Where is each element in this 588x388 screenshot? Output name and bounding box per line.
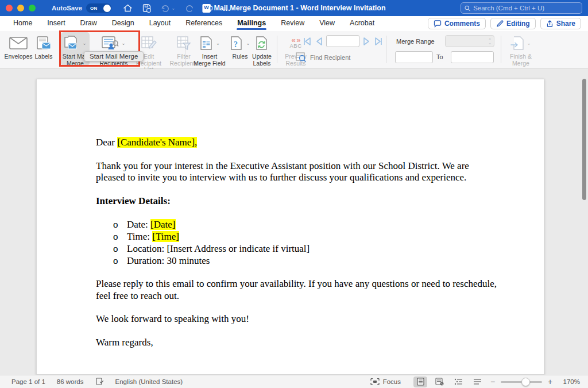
merge-to-input[interactable] bbox=[451, 51, 494, 63]
search-input[interactable] bbox=[473, 5, 578, 11]
window-controls bbox=[6, 5, 36, 11]
print-layout-view-button[interactable] bbox=[413, 377, 427, 387]
chevron-down-icon: ⌄ bbox=[82, 40, 87, 46]
last-record-icon[interactable] bbox=[374, 37, 383, 46]
document-area: Dear [Candidate's Name], Thank you for y… bbox=[0, 69, 588, 375]
minimize-window-button[interactable] bbox=[17, 5, 24, 11]
close-window-button[interactable] bbox=[6, 5, 13, 11]
list-item: oDuration: 30 minutes bbox=[96, 255, 500, 267]
tab-acrobat[interactable]: Acrobat bbox=[342, 17, 382, 30]
next-record-icon[interactable] bbox=[363, 37, 370, 46]
update-labels-button[interactable]: Update Labels bbox=[249, 34, 275, 67]
share-label: Share bbox=[556, 20, 575, 28]
undo-icon[interactable]: ⌄ bbox=[161, 4, 176, 13]
group-divider bbox=[386, 36, 386, 63]
filter-recipients-icon bbox=[176, 36, 191, 51]
start-mail-merge-icon bbox=[64, 36, 80, 51]
record-navigation bbox=[303, 35, 383, 47]
share-button[interactable]: Share bbox=[540, 18, 581, 29]
document-content: Dear [Candidate's Name], Thank you for y… bbox=[37, 79, 544, 348]
finish-merge-button[interactable]: ⌄ Finish & Merge bbox=[506, 34, 535, 67]
update-labels-icon bbox=[255, 36, 269, 51]
proofing-icon[interactable] bbox=[95, 378, 104, 386]
find-recipient-button[interactable]: Find Recipient bbox=[296, 52, 350, 62]
start-mail-merge-tooltip: Start Mail Merge bbox=[84, 51, 144, 62]
draft-icon bbox=[473, 379, 482, 385]
document-page[interactable]: Dear [Candidate's Name], Thank you for y… bbox=[36, 79, 544, 375]
redo-icon[interactable] bbox=[185, 4, 194, 13]
autosave-toggle[interactable]: ON bbox=[86, 3, 111, 13]
tab-insert[interactable]: Insert bbox=[40, 17, 72, 30]
insert-merge-field-button[interactable]: ⌄ Insert Merge Field bbox=[192, 34, 227, 67]
tab-references[interactable]: References bbox=[178, 17, 230, 30]
autosave-state: ON bbox=[90, 6, 98, 11]
merge-field-date: [Date] bbox=[150, 219, 175, 230]
outline-view-button[interactable] bbox=[451, 377, 465, 387]
list-item: oTime: [Time] bbox=[96, 231, 500, 243]
title-bar: AutoSave ON ⌄ … Mail Merge Document 1 - … bbox=[0, 0, 588, 16]
record-number-input[interactable] bbox=[326, 35, 359, 47]
merge-to-label: To bbox=[436, 53, 443, 60]
page-count[interactable]: Page 1 of 1 bbox=[11, 378, 45, 385]
tab-home[interactable]: Home bbox=[6, 17, 40, 30]
zoom-percentage[interactable]: 170% bbox=[558, 378, 580, 385]
select-recipients-button[interactable]: ⌄ Select Recipients bbox=[99, 34, 129, 67]
first-record-icon[interactable] bbox=[303, 37, 312, 46]
vertical-scrollbar[interactable] bbox=[582, 79, 586, 200]
language-selector[interactable]: English (United States) bbox=[115, 378, 183, 385]
draft-view-button[interactable] bbox=[470, 377, 484, 387]
ribbon-tab-row: Home Insert Draw Design Layout Reference… bbox=[0, 16, 588, 31]
focus-label: Focus bbox=[383, 378, 401, 385]
word-count[interactable]: 86 words bbox=[57, 378, 84, 385]
envelope-icon bbox=[9, 37, 28, 49]
svg-text:?: ? bbox=[234, 40, 238, 49]
intro-paragraph: Thank you for your interest in the Execu… bbox=[96, 160, 500, 184]
chevron-down-icon: ⌄ bbox=[121, 40, 126, 46]
merge-field-time: [Time] bbox=[152, 231, 179, 242]
zoom-out-button[interactable]: − bbox=[489, 377, 496, 386]
merge-range-label: Merge Range bbox=[396, 38, 435, 45]
search-box[interactable] bbox=[461, 2, 582, 14]
editing-button[interactable]: Editing bbox=[490, 18, 536, 29]
zoom-in-button[interactable]: + bbox=[547, 377, 554, 386]
details-heading: Interview Details: bbox=[96, 195, 500, 208]
signoff-line: Warm regards, bbox=[96, 337, 500, 349]
status-bar: Page 1 of 1 86 words English (United Sta… bbox=[0, 375, 588, 388]
start-mail-merge-button[interactable]: ⌄ Start Mail Merge bbox=[62, 34, 88, 67]
home-icon[interactable] bbox=[123, 3, 133, 13]
mailings-ribbon: Envelopes Labels ⌄ Start Mail Merge ⌄ Se… bbox=[0, 31, 588, 68]
edit-recipient-list-icon bbox=[141, 36, 157, 51]
tab-review[interactable]: Review bbox=[273, 17, 312, 30]
merge-range-select[interactable]: ⌃⌄ bbox=[445, 35, 494, 47]
word-app-window: AutoSave ON ⌄ … Mail Merge Document 1 - … bbox=[0, 0, 588, 388]
select-recipients-icon bbox=[102, 36, 119, 51]
tab-mailings[interactable]: Mailings bbox=[230, 17, 273, 30]
web-layout-icon bbox=[435, 378, 444, 386]
previous-record-icon[interactable] bbox=[315, 37, 323, 46]
group-divider bbox=[185, 36, 185, 63]
outline-icon bbox=[454, 378, 463, 385]
zoom-window-button[interactable] bbox=[29, 5, 36, 11]
list-item: oLocation: [Insert Address or indicate i… bbox=[96, 243, 500, 255]
save-icon[interactable] bbox=[142, 3, 152, 13]
tab-draw[interactable]: Draw bbox=[73, 17, 105, 30]
tab-design[interactable]: Design bbox=[105, 17, 142, 30]
merge-from-input[interactable] bbox=[395, 51, 433, 63]
focus-button[interactable]: Focus bbox=[370, 378, 401, 385]
web-layout-view-button[interactable] bbox=[432, 377, 446, 387]
reply-paragraph: Please reply to this email to confirm yo… bbox=[96, 278, 500, 302]
labels-button[interactable]: Labels bbox=[33, 34, 55, 60]
tab-view[interactable]: View bbox=[312, 17, 342, 30]
insert-merge-field-icon bbox=[199, 36, 214, 51]
rules-button[interactable]: ? ⌄ Rules bbox=[229, 34, 252, 60]
print-layout-icon bbox=[417, 378, 424, 386]
zoom-slider[interactable] bbox=[501, 381, 542, 383]
editing-label: Editing bbox=[506, 20, 530, 28]
envelopes-button[interactable]: Envelopes bbox=[5, 34, 32, 60]
toggle-knob bbox=[103, 5, 111, 12]
word-document-icon bbox=[202, 4, 210, 13]
salutation-line: Dear [Candidate's Name], bbox=[96, 137, 500, 149]
comments-button[interactable]: Comments bbox=[428, 18, 486, 29]
tab-layout[interactable]: Layout bbox=[142, 17, 179, 30]
zoom-slider-thumb[interactable] bbox=[521, 378, 530, 386]
